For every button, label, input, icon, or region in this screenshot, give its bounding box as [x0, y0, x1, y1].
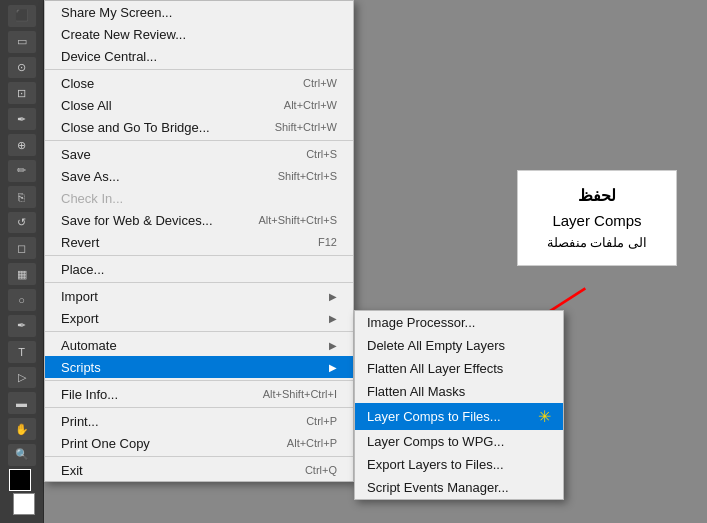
menu-exit[interactable]: Exit Ctrl+Q — [45, 459, 353, 481]
sep-8 — [45, 456, 353, 457]
tool-clone[interactable]: ⎘ — [8, 186, 36, 208]
menu-close[interactable]: Close Ctrl+W — [45, 72, 353, 94]
menu-save-web[interactable]: Save for Web & Devices... Alt+Shift+Ctrl… — [45, 209, 353, 231]
sep-6 — [45, 380, 353, 381]
sep-4 — [45, 282, 353, 283]
tool-path[interactable]: ▷ — [8, 367, 36, 389]
menu-revert[interactable]: Revert F12 — [45, 231, 353, 253]
submenu-layer-comps-files[interactable]: Layer Comps to Files... ✳ — [355, 403, 563, 430]
tool-history[interactable]: ↺ — [8, 212, 36, 234]
tooltip-line3: الى ملفات منفصلة — [528, 233, 666, 254]
menu-share-screen[interactable]: Share My Screen... — [45, 1, 353, 23]
tool-lasso[interactable]: ⊙ — [8, 57, 36, 79]
tooltip-box: لحفظ Layer Comps الى ملفات منفصلة — [517, 170, 677, 266]
sep-7 — [45, 407, 353, 408]
sep-2 — [45, 140, 353, 141]
tooltip-line1: لحفظ — [528, 183, 666, 209]
star-icon: ✳ — [538, 407, 551, 426]
submenu-export-layers[interactable]: Export Layers to Files... — [355, 453, 563, 476]
menu-save-as[interactable]: Save As... Shift+Ctrl+S — [45, 165, 353, 187]
tool-eraser[interactable]: ◻ — [8, 237, 36, 259]
submenu-image-processor[interactable]: Image Processor... — [355, 311, 563, 334]
tool-pen[interactable]: ✒ — [8, 315, 36, 337]
submenu-flatten-masks[interactable]: Flatten All Masks — [355, 380, 563, 403]
tool-gradient[interactable]: ▦ — [8, 263, 36, 285]
menu-export[interactable]: Export ▶ — [45, 307, 353, 329]
tool-move[interactable]: ⬛ — [8, 5, 36, 27]
menu-print-one[interactable]: Print One Copy Alt+Ctrl+P — [45, 432, 353, 454]
menu-close-all[interactable]: Close All Alt+Ctrl+W — [45, 94, 353, 116]
tool-crop[interactable]: ⊡ — [8, 82, 36, 104]
menu-print[interactable]: Print... Ctrl+P — [45, 410, 353, 432]
tool-select[interactable]: ▭ — [8, 31, 36, 53]
menu-device-central[interactable]: Device Central... — [45, 45, 353, 67]
tool-hand[interactable]: ✋ — [8, 418, 36, 440]
tool-dodge[interactable]: ○ — [8, 289, 36, 311]
tool-shape[interactable]: ▬ — [8, 392, 36, 414]
tool-eyedrop[interactable]: ✒ — [8, 108, 36, 130]
submenu-delete-empty-layers[interactable]: Delete All Empty Layers — [355, 334, 563, 357]
tool-heal[interactable]: ⊕ — [8, 134, 36, 156]
menu-check-in: Check In... — [45, 187, 353, 209]
left-toolbar: ⬛ ▭ ⊙ ⊡ ✒ ⊕ ✏ ⎘ ↺ ◻ ▦ ○ ✒ T ▷ ▬ ✋ 🔍 — [0, 0, 44, 523]
menu-file-info[interactable]: File Info... Alt+Shift+Ctrl+I — [45, 383, 353, 405]
menu-create-review[interactable]: Create New Review... — [45, 23, 353, 45]
menu-save[interactable]: Save Ctrl+S — [45, 143, 353, 165]
tool-zoom[interactable]: 🔍 — [8, 444, 36, 466]
menu-place[interactable]: Place... — [45, 258, 353, 280]
tool-type[interactable]: T — [8, 341, 36, 363]
submenu-flatten-effects[interactable]: Flatten All Layer Effects — [355, 357, 563, 380]
file-menu: Share My Screen... Create New Review... … — [44, 0, 354, 482]
scripts-submenu: Image Processor... Delete All Empty Laye… — [354, 310, 564, 500]
menu-automate[interactable]: Automate ▶ — [45, 334, 353, 356]
tool-brush[interactable]: ✏ — [8, 160, 36, 182]
submenu-layer-comps-wpg[interactable]: Layer Comps to WPG... — [355, 430, 563, 453]
submenu-script-events[interactable]: Script Events Manager... — [355, 476, 563, 499]
sep-1 — [45, 69, 353, 70]
sep-5 — [45, 331, 353, 332]
sep-3 — [45, 255, 353, 256]
tooltip-line2: Layer Comps — [528, 209, 666, 233]
menu-close-go-bridge[interactable]: Close and Go To Bridge... Shift+Ctrl+W — [45, 116, 353, 138]
menu-import[interactable]: Import ▶ — [45, 285, 353, 307]
menu-scripts[interactable]: Scripts ▶ — [45, 356, 353, 378]
